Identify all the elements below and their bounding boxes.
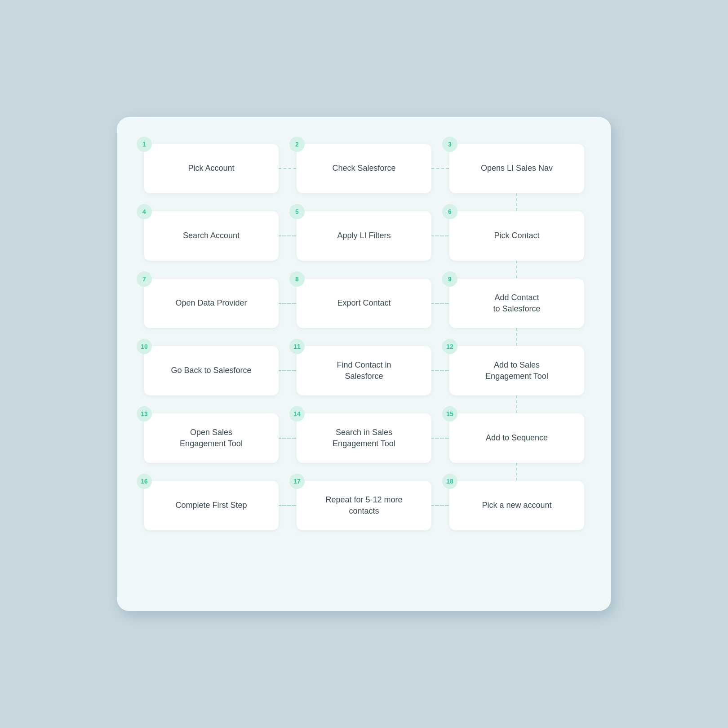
step-cell-12: 12Add to Sales Engagement Tool bbox=[449, 346, 584, 395]
step-cell-18: 18Pick a new account bbox=[449, 481, 584, 530]
step-card-6: 6Pick Contact bbox=[449, 211, 584, 261]
step-label-11: Find Contact in Salesforce bbox=[337, 360, 391, 382]
step-cell-9: 9Add Contact to Salesforce bbox=[449, 279, 584, 328]
step-number-11: 11 bbox=[289, 339, 305, 354]
step-number-7: 7 bbox=[137, 271, 152, 287]
step-number-6: 6 bbox=[442, 204, 457, 219]
step-number-17: 17 bbox=[289, 474, 305, 489]
step-cell-7: 7Open Data Provider bbox=[144, 279, 279, 328]
step-card-11: 11Find Contact in Salesforce bbox=[297, 346, 431, 395]
step-label-9: Add Contact to Salesforce bbox=[493, 292, 540, 315]
step-cell-2: 2Check Salesforce bbox=[297, 144, 431, 193]
step-number-15: 15 bbox=[442, 406, 457, 422]
step-card-1: 1Pick Account bbox=[144, 144, 279, 193]
step-number-16: 16 bbox=[137, 474, 152, 489]
step-cell-11: 11Find Contact in Salesforce bbox=[297, 346, 431, 395]
step-cell-17: 17Repeat for 5-12 more contacts bbox=[297, 481, 431, 530]
step-card-8: 8Export Contact bbox=[297, 279, 431, 328]
step-cell-15: 15Add to Sequence bbox=[449, 413, 584, 463]
step-cell-3: 3Opens LI Sales Nav bbox=[449, 144, 584, 193]
step-label-14: Search in Sales Engagement Tool bbox=[333, 427, 395, 449]
step-label-7: Open Data Provider bbox=[175, 297, 247, 309]
step-cell-5: 5Apply LI Filters bbox=[297, 211, 431, 261]
step-number-1: 1 bbox=[137, 137, 152, 152]
step-number-3: 3 bbox=[442, 137, 457, 152]
step-label-1: Pick Account bbox=[188, 163, 234, 174]
step-card-3: 3Opens LI Sales Nav bbox=[449, 144, 584, 193]
step-number-4: 4 bbox=[137, 204, 152, 219]
step-card-17: 17Repeat for 5-12 more contacts bbox=[297, 481, 431, 530]
step-card-14: 14Search in Sales Engagement Tool bbox=[297, 413, 431, 463]
step-card-16: 16Complete First Step bbox=[144, 481, 279, 530]
step-cell-6: 6Pick Contact bbox=[449, 211, 584, 261]
step-card-9: 9Add Contact to Salesforce bbox=[449, 279, 584, 328]
step-card-18: 18Pick a new account bbox=[449, 481, 584, 530]
step-card-7: 7Open Data Provider bbox=[144, 279, 279, 328]
step-number-9: 9 bbox=[442, 271, 457, 287]
step-number-12: 12 bbox=[442, 339, 457, 354]
step-cell-8: 8Export Contact bbox=[297, 279, 431, 328]
step-card-4: 4Search Account bbox=[144, 211, 279, 261]
step-cell-13: 13Open Sales Engagement Tool bbox=[144, 413, 279, 463]
step-cell-10: 10Go Back to Salesforce bbox=[144, 346, 279, 395]
step-card-10: 10Go Back to Salesforce bbox=[144, 346, 279, 395]
step-label-3: Opens LI Sales Nav bbox=[481, 163, 553, 174]
step-cell-16: 16Complete First Step bbox=[144, 481, 279, 530]
step-label-5: Apply LI Filters bbox=[337, 230, 391, 241]
step-card-15: 15Add to Sequence bbox=[449, 413, 584, 463]
step-card-5: 5Apply LI Filters bbox=[297, 211, 431, 261]
main-card: 1Pick Account2Check Salesforce3Opens LI … bbox=[117, 117, 611, 611]
step-label-13: Open Sales Engagement Tool bbox=[180, 427, 243, 449]
step-card-13: 13Open Sales Engagement Tool bbox=[144, 413, 279, 463]
step-label-4: Search Account bbox=[183, 230, 240, 241]
step-number-2: 2 bbox=[289, 137, 305, 152]
step-card-2: 2Check Salesforce bbox=[297, 144, 431, 193]
step-label-10: Go Back to Salesforce bbox=[171, 365, 251, 376]
step-cell-1: 1Pick Account bbox=[144, 144, 279, 193]
step-label-2: Check Salesforce bbox=[332, 163, 395, 174]
step-label-6: Pick Contact bbox=[494, 230, 539, 241]
step-label-8: Export Contact bbox=[337, 297, 391, 309]
steps-grid: 1Pick Account2Check Salesforce3Opens LI … bbox=[144, 144, 584, 530]
step-label-16: Complete First Step bbox=[175, 500, 247, 511]
step-number-5: 5 bbox=[289, 204, 305, 219]
step-number-14: 14 bbox=[289, 406, 305, 422]
step-number-10: 10 bbox=[137, 339, 152, 354]
step-cell-4: 4Search Account bbox=[144, 211, 279, 261]
step-number-18: 18 bbox=[442, 474, 457, 489]
step-label-12: Add to Sales Engagement Tool bbox=[485, 360, 548, 382]
step-card-12: 12Add to Sales Engagement Tool bbox=[449, 346, 584, 395]
step-label-17: Repeat for 5-12 more contacts bbox=[325, 494, 402, 517]
step-label-15: Add to Sequence bbox=[486, 432, 548, 444]
step-cell-14: 14Search in Sales Engagement Tool bbox=[297, 413, 431, 463]
step-number-8: 8 bbox=[289, 271, 305, 287]
step-label-18: Pick a new account bbox=[482, 500, 551, 511]
step-number-13: 13 bbox=[137, 406, 152, 422]
